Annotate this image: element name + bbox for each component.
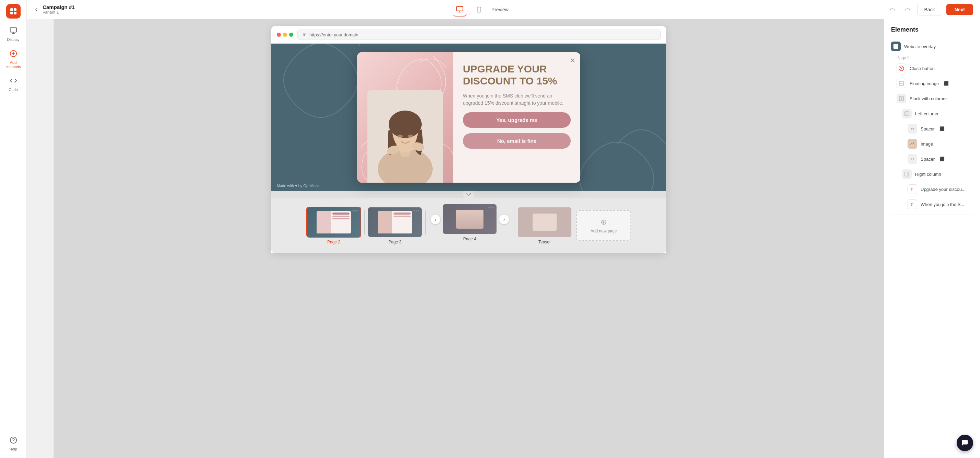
add-elements-icon	[10, 50, 17, 59]
sidebar-item-help[interactable]: Help	[2, 434, 24, 454]
sidebar-item-add-elements[interactable]: Add elements	[2, 47, 24, 72]
spacer-2-label: Spacer	[921, 157, 935, 162]
svg-rect-2	[10, 12, 13, 14]
chat-bubble-button[interactable]	[957, 435, 973, 451]
add-page-label: Add new page	[590, 229, 617, 234]
panel-divider	[891, 215, 973, 215]
display-icon	[10, 27, 17, 36]
element-website-overlay[interactable]: Website overlay	[884, 39, 980, 54]
add-elements-label: Add elements	[5, 60, 22, 69]
page-4-wrapper: Page 4	[442, 204, 497, 241]
svg-text:T: T	[911, 188, 913, 191]
page-3-wrapper: Page 3	[368, 207, 422, 245]
page-4-next-btn[interactable]: ›	[499, 215, 509, 224]
app-logo[interactable]	[6, 4, 21, 19]
preview-area: 👁 https://enter.your.domain	[54, 19, 884, 458]
popup-secondary-button[interactable]: No, email is fine	[463, 133, 571, 149]
popup-right: ✕ UPGRADE YOUR DISCOUNT TO 15% When you …	[453, 52, 580, 183]
floating-image-label: Floating image	[910, 81, 939, 86]
mobile-device-btn[interactable]	[472, 3, 486, 16]
page-divider-2	[425, 210, 426, 234]
left-sidebar: Display Add elements Code Help	[0, 0, 27, 458]
element-right-column[interactable]: Right column	[884, 167, 980, 181]
model-svg	[368, 90, 443, 183]
page-thumbnails: Page 2	[271, 198, 666, 253]
collapse-button[interactable]	[463, 191, 474, 198]
svg-point-21	[389, 111, 422, 138]
undo-button[interactable]	[887, 4, 898, 15]
plus-icon: ⊕	[601, 218, 607, 227]
code-icon	[10, 77, 17, 86]
thumb-dots-3	[414, 210, 419, 212]
block-2-columns-label: Block with columns	[910, 96, 948, 101]
popup-close-button[interactable]: ✕	[570, 56, 576, 65]
thumb-dots-4	[488, 207, 494, 208]
teaser-thumb[interactable]	[517, 207, 572, 238]
sidebar-item-code[interactable]: Code	[2, 74, 24, 94]
floating-image-icon	[897, 79, 906, 88]
element-image[interactable]: Image	[884, 136, 980, 151]
help-label: Help	[9, 447, 17, 451]
browser-chrome: 👁 https://enter.your.domain	[271, 26, 666, 253]
element-spacer-1[interactable]: Spacer ⬛	[884, 121, 980, 136]
teaser-label: Teaser	[538, 240, 551, 245]
element-when-text[interactable]: T When you join the S...	[884, 197, 980, 212]
element-upgrade-text[interactable]: T Upgrade your discou...	[884, 181, 980, 197]
add-page-button[interactable]: ⊕ Add new page	[576, 210, 631, 241]
sidebar-item-display[interactable]: Display	[2, 24, 24, 44]
page-3-thumb[interactable]	[368, 207, 422, 238]
website-content: ✕ UPGRADE YOUR DISCOUNT TO 15% When you …	[271, 44, 666, 191]
next-button[interactable]: Next	[947, 4, 973, 15]
element-spacer-2[interactable]: Spacer ⬛	[884, 151, 980, 167]
svg-rect-44	[907, 172, 908, 176]
redo-button[interactable]	[902, 4, 913, 15]
panel-title: Elements	[884, 26, 980, 39]
website-overlay-icon	[891, 41, 901, 51]
spacer-1-device-icon: ⬛	[939, 126, 945, 131]
code-label: Code	[9, 87, 18, 92]
upgrade-text-label: Upgrade your discou...	[921, 187, 966, 192]
left-column-label: Left column	[915, 111, 938, 116]
right-column-icon	[902, 169, 912, 179]
page-4-thumb[interactable]	[442, 204, 497, 234]
svg-rect-3	[14, 12, 16, 14]
popup-heading: UPGRADE YOUR DISCOUNT TO 15%	[463, 63, 571, 87]
element-close-button[interactable]: Close button	[884, 61, 980, 76]
campaign-info: Campaign #1 Variant 1	[43, 4, 75, 15]
popup-subtext: When you join the SMS club we'll send an…	[463, 92, 571, 107]
element-floating-image[interactable]: Floating image ⬛	[884, 76, 980, 91]
spacer-1-label: Spacer	[921, 126, 935, 132]
svg-point-23	[407, 135, 413, 138]
thumb-dots-2	[352, 210, 358, 212]
popup-primary-button[interactable]: Yes, upgrade me	[463, 112, 571, 128]
preview-label: Preview	[492, 7, 509, 12]
teaser-wrapper: Teaser	[517, 207, 572, 245]
campaign-title: Campaign #1	[43, 4, 75, 10]
svg-rect-26	[894, 44, 898, 49]
spacer-2-device-icon: ⬛	[939, 157, 945, 161]
page-2-thumb[interactable]	[306, 207, 361, 238]
browser-toolbar: 👁 https://enter.your.domain	[271, 26, 666, 44]
floating-image-device-icon: ⬛	[943, 81, 949, 86]
page-2-section-label: Page 2	[884, 54, 980, 61]
website-overlay-label: Website overlay	[904, 44, 936, 49]
svg-text:T: T	[911, 203, 913, 206]
add-page-wrapper: ⊕ Add new page	[576, 210, 631, 241]
svg-point-22	[397, 135, 403, 138]
dot-green	[289, 33, 293, 37]
page-4-prev-btn[interactable]: ‹	[431, 215, 440, 224]
svg-rect-34	[905, 112, 907, 115]
back-nav[interactable]	[33, 7, 39, 12]
eye-icon: 👁	[302, 32, 307, 37]
element-left-column[interactable]: Left column	[884, 106, 980, 121]
element-block-2-columns[interactable]: Block with columns	[884, 91, 980, 106]
right-panel: Elements Website overlay Page 2 Close bu…	[884, 19, 980, 458]
when-text-label: When you join the S...	[921, 202, 964, 207]
close-button-icon	[897, 64, 906, 73]
desktop-device-btn[interactable]	[453, 3, 467, 16]
back-button[interactable]: Back	[917, 4, 942, 16]
display-label: Display	[7, 37, 19, 41]
browser-address-bar[interactable]: 👁 https://enter.your.domain	[298, 30, 661, 40]
watermark: Made with ♥ by OptiMonk	[277, 184, 320, 188]
left-column-icon	[902, 109, 912, 118]
